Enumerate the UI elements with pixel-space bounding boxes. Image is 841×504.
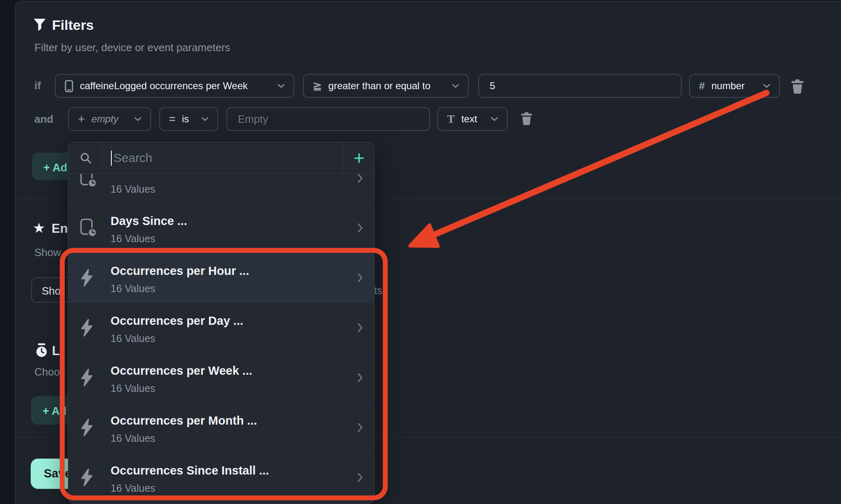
field-select-2-label: empty — [92, 113, 118, 125]
operator-select-2-label: is — [182, 113, 189, 125]
type-select-1-label: number — [711, 80, 744, 92]
limits-heading: L — [52, 344, 60, 358]
chevron-right-icon — [357, 223, 363, 232]
search-input[interactable]: Search — [113, 151, 152, 165]
greater-equal-icon: ≧ — [313, 80, 322, 92]
add-filter-button-label: + Ad — [43, 162, 67, 174]
annotation-highlight-rectangle — [60, 248, 388, 500]
chevron-right-icon — [357, 173, 363, 183]
hash-icon: # — [699, 80, 705, 92]
type-select-2[interactable]: T text — [437, 107, 508, 131]
screenshot-root: Filters Filter by user, device or event … — [0, 0, 841, 504]
operator-select-2[interactable]: = is — [159, 107, 218, 131]
show-button-label: Sho — [42, 285, 61, 297]
add-attribute-button[interactable]: + — [343, 142, 375, 173]
chevron-down-icon — [201, 117, 208, 121]
funnel-icon — [34, 18, 45, 33]
value-input-2[interactable]: Empty — [226, 107, 430, 131]
days-since-icon — [80, 173, 97, 188]
star-icon: ★ — [33, 220, 45, 236]
value-input-1-text: 5 — [490, 80, 495, 92]
chevron-down-icon — [134, 117, 141, 121]
list-item[interactable]: 16 Values — [68, 173, 374, 203]
list-item-title: Days Since ... — [111, 214, 187, 228]
value-input-2-placeholder: Empty — [238, 113, 268, 126]
search-divider — [102, 142, 102, 173]
list-item-values: 16 Values — [111, 233, 155, 245]
field-select-2[interactable]: + empty — [68, 107, 151, 131]
stopwatch-icon — [35, 343, 48, 359]
field-select-1[interactable]: caffeineLogged occurrences per Week — [55, 74, 294, 98]
plus-icon: + — [78, 112, 85, 126]
text-type-icon: T — [447, 112, 455, 126]
engagement-description: Show — [34, 246, 61, 259]
operator-select-1-label: greater than or equal to — [328, 80, 431, 92]
condition-prefix-if: if — [34, 79, 41, 92]
engagement-heading: En — [52, 221, 68, 236]
page-title: Filters — [52, 17, 94, 33]
text-cursor — [111, 151, 112, 166]
chevron-down-icon — [763, 84, 770, 88]
type-select-1[interactable]: # number — [689, 74, 780, 98]
dropdown-search-row: Search + — [68, 142, 374, 173]
delete-filter-2-trash-icon[interactable] — [521, 112, 532, 127]
search-icon — [80, 152, 92, 166]
days-since-icon — [80, 218, 97, 237]
list-item-values: 16 Values — [111, 183, 155, 195]
chevron-down-icon — [452, 84, 459, 88]
equals-icon: = — [169, 113, 175, 126]
type-select-2-label: text — [461, 113, 477, 125]
chevron-down-icon — [278, 84, 285, 88]
field-select-1-label: caffeineLogged occurrences per Week — [80, 80, 248, 92]
condition-prefix-and: and — [34, 113, 53, 126]
value-input-1[interactable]: 5 — [478, 74, 682, 98]
operator-select-1[interactable]: ≧ greater than or equal to — [303, 74, 469, 98]
delete-filter-1-trash-icon[interactable] — [791, 79, 804, 95]
phone-icon — [65, 80, 73, 92]
chevron-down-icon — [491, 117, 498, 121]
list-item[interactable]: Days Since ... 16 Values — [68, 203, 374, 253]
page-subtitle: Filter by user, device or event paramete… — [34, 41, 230, 54]
